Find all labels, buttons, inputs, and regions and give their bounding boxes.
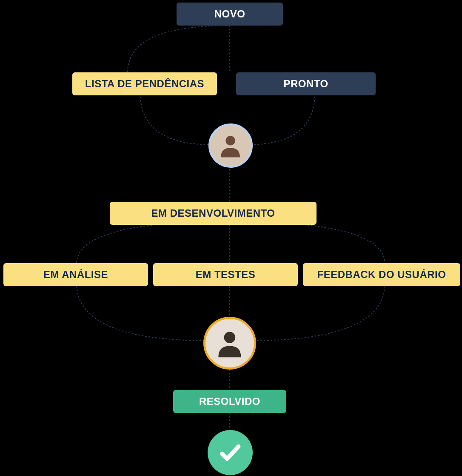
stage-feedback-usuario: FEEDBACK DO USUÁRIO bbox=[303, 263, 460, 286]
avatar-2 bbox=[203, 317, 256, 370]
svg-point-1 bbox=[224, 332, 236, 343]
stage-lista-pendencias-label: LISTA DE PENDÊNCIAS bbox=[85, 78, 204, 90]
person-icon bbox=[216, 131, 245, 160]
stage-resolvido: RESOLVIDO bbox=[173, 390, 286, 413]
stage-em-analise-label: EM ANÁLISE bbox=[43, 269, 108, 281]
avatar-1 bbox=[208, 123, 253, 168]
stage-em-testes-label: EM TESTES bbox=[196, 269, 256, 281]
stage-pronto-label: PRONTO bbox=[283, 78, 328, 90]
checkmark-icon bbox=[218, 440, 242, 465]
stage-em-testes: EM TESTES bbox=[153, 263, 298, 286]
stage-novo: NOVO bbox=[177, 3, 283, 26]
stage-em-desenvolvimento-label: EM DESENVOLVIMENTO bbox=[151, 207, 275, 219]
success-check bbox=[208, 430, 253, 475]
stage-feedback-usuario-label: FEEDBACK DO USUÁRIO bbox=[317, 269, 446, 281]
workflow-diagram: NOVO LISTA DE PENDÊNCIAS PRONTO EM DESEN… bbox=[0, 0, 462, 476]
stage-em-desenvolvimento: EM DESENVOLVIMENTO bbox=[110, 202, 317, 225]
stage-resolvido-label: RESOLVIDO bbox=[199, 396, 260, 407]
stage-lista-pendencias: LISTA DE PENDÊNCIAS bbox=[72, 72, 217, 95]
svg-point-0 bbox=[226, 136, 235, 146]
person-icon bbox=[213, 326, 247, 360]
stage-em-analise: EM ANÁLISE bbox=[3, 263, 148, 286]
stage-pronto: PRONTO bbox=[236, 72, 376, 95]
stage-novo-label: NOVO bbox=[214, 8, 245, 20]
